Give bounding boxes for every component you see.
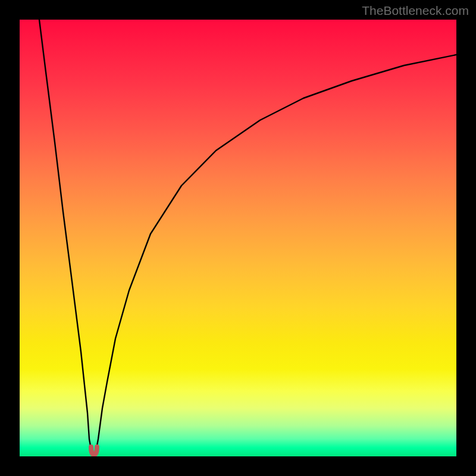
chart-frame: TheBottleneck.com: [0, 0, 476, 476]
watermark-text: TheBottleneck.com: [362, 4, 469, 18]
curve-right-branch: [96, 55, 456, 452]
minimum-marker: [91, 447, 97, 455]
bottleneck-curve: [20, 20, 456, 456]
curve-left-branch: [39, 20, 92, 452]
plot-area: [20, 20, 456, 456]
